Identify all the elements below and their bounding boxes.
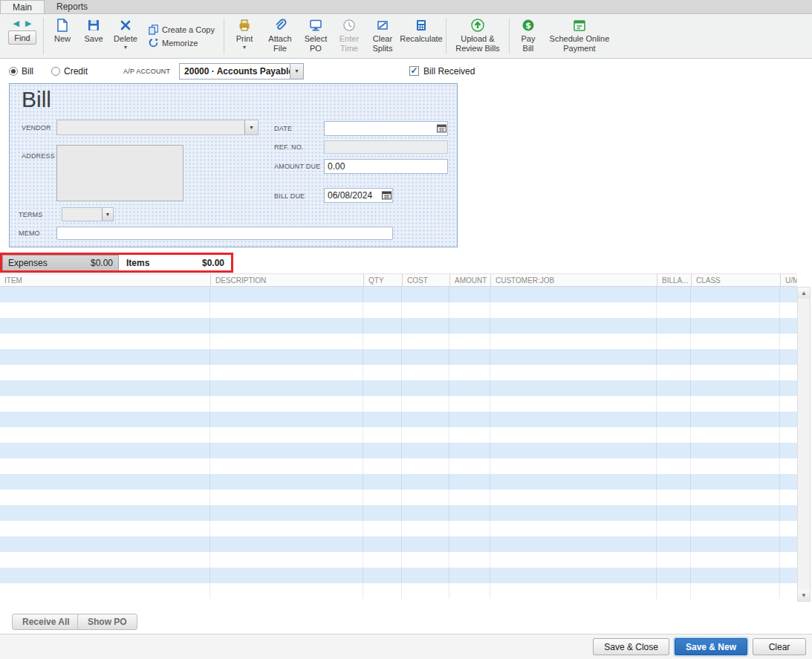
table-cell[interactable] [657, 349, 691, 365]
table-row[interactable] [0, 568, 797, 583]
table-cell[interactable] [780, 334, 797, 349]
table-cell[interactable] [657, 318, 691, 334]
table-cell[interactable] [402, 552, 449, 568]
table-cell[interactable] [449, 302, 490, 318]
table-cell[interactable] [402, 458, 449, 474]
table-cell[interactable] [780, 505, 797, 521]
table-cell[interactable] [691, 396, 780, 412]
table-cell[interactable] [449, 412, 490, 427]
table-cell[interactable] [0, 287, 210, 302]
table-cell[interactable] [0, 380, 210, 396]
table-cell[interactable] [402, 365, 449, 380]
clear-button[interactable]: Clear [753, 638, 806, 655]
table-cell[interactable] [210, 334, 363, 349]
table-cell[interactable] [210, 412, 363, 427]
table-row[interactable] [0, 318, 797, 334]
memorize-button[interactable]: Memorize [148, 37, 215, 48]
address-field[interactable] [56, 145, 183, 201]
upload-review-bills-button[interactable]: Upload & Review Bills [449, 16, 506, 56]
table-cell[interactable] [363, 458, 402, 474]
table-cell[interactable] [780, 474, 797, 490]
table-cell[interactable] [490, 412, 657, 427]
table-cell[interactable] [210, 536, 363, 552]
table-cell[interactable] [780, 318, 797, 334]
table-cell[interactable] [490, 552, 657, 568]
table-cell[interactable] [402, 568, 449, 583]
table-cell[interactable] [691, 427, 780, 443]
credit-radio[interactable]: Credit [51, 66, 88, 77]
table-cell[interactable] [210, 458, 363, 474]
table-cell[interactable] [449, 490, 490, 505]
table-cell[interactable] [780, 302, 797, 318]
table-cell[interactable] [657, 365, 691, 380]
table-cell[interactable] [490, 302, 657, 318]
table-cell[interactable] [210, 302, 363, 318]
table-cell[interactable] [780, 287, 797, 302]
table-cell[interactable] [0, 318, 210, 334]
table-cell[interactable] [0, 302, 210, 318]
table-cell[interactable] [449, 583, 490, 599]
tab-main[interactable]: Main [0, 0, 45, 13]
table-cell[interactable] [657, 287, 691, 302]
table-cell[interactable] [490, 427, 657, 443]
table-cell[interactable] [691, 412, 780, 427]
table-row[interactable] [0, 443, 797, 458]
table-cell[interactable] [363, 552, 402, 568]
table-cell[interactable] [0, 412, 210, 427]
table-cell[interactable] [657, 521, 691, 536]
table-cell[interactable] [0, 474, 210, 490]
table-cell[interactable] [657, 427, 691, 443]
table-cell[interactable] [657, 552, 691, 568]
table-cell[interactable] [402, 287, 449, 302]
select-po-button[interactable]: Select PO [299, 16, 333, 56]
table-cell[interactable] [691, 583, 780, 599]
table-cell[interactable] [657, 490, 691, 505]
back-arrow-icon[interactable]: ◀ [13, 19, 19, 28]
table-cell[interactable] [0, 427, 210, 443]
table-cell[interactable] [490, 443, 657, 458]
table-cell[interactable] [402, 380, 449, 396]
save-new-button[interactable]: Save & New [675, 638, 747, 655]
table-cell[interactable] [0, 552, 210, 568]
new-button[interactable]: New [47, 16, 78, 56]
print-button[interactable]: Print ▼ [227, 16, 262, 56]
create-copy-button[interactable]: Create a Copy [148, 24, 215, 35]
amount-due-field[interactable]: 0.00 [324, 159, 448, 174]
ref-no-field[interactable] [324, 140, 448, 154]
table-cell[interactable] [449, 474, 490, 490]
table-cell[interactable] [780, 412, 797, 427]
table-cell[interactable] [402, 412, 449, 427]
bill-radio[interactable]: Bill [9, 66, 33, 77]
table-cell[interactable] [363, 536, 402, 552]
table-cell[interactable] [363, 365, 402, 380]
table-cell[interactable] [363, 521, 402, 536]
table-cell[interactable] [490, 583, 657, 599]
forward-arrow-icon[interactable]: ▶ [25, 19, 31, 28]
table-cell[interactable] [780, 583, 797, 599]
table-cell[interactable] [691, 334, 780, 349]
save-button[interactable]: Save [78, 16, 109, 56]
table-cell[interactable] [780, 521, 797, 536]
table-cell[interactable] [657, 412, 691, 427]
vendor-dropdown[interactable]: ▼ [56, 120, 259, 135]
table-row[interactable] [0, 521, 797, 536]
table-row[interactable] [0, 536, 797, 552]
table-cell[interactable] [691, 349, 780, 365]
clear-splits-button[interactable]: Clear Splits [366, 16, 400, 56]
table-cell[interactable] [780, 458, 797, 474]
table-cell[interactable] [490, 365, 657, 380]
table-cell[interactable] [657, 474, 691, 490]
table-cell[interactable] [657, 443, 691, 458]
table-cell[interactable] [402, 521, 449, 536]
table-cell[interactable] [363, 334, 402, 349]
calendar-icon[interactable] [435, 122, 447, 135]
table-cell[interactable] [657, 583, 691, 599]
table-cell[interactable] [210, 505, 363, 521]
table-row[interactable] [0, 412, 797, 427]
table-cell[interactable] [780, 349, 797, 365]
save-close-button[interactable]: Save & Close [593, 638, 669, 655]
table-row[interactable] [0, 583, 797, 599]
table-cell[interactable] [691, 287, 780, 302]
table-cell[interactable] [402, 505, 449, 521]
table-cell[interactable] [402, 474, 449, 490]
